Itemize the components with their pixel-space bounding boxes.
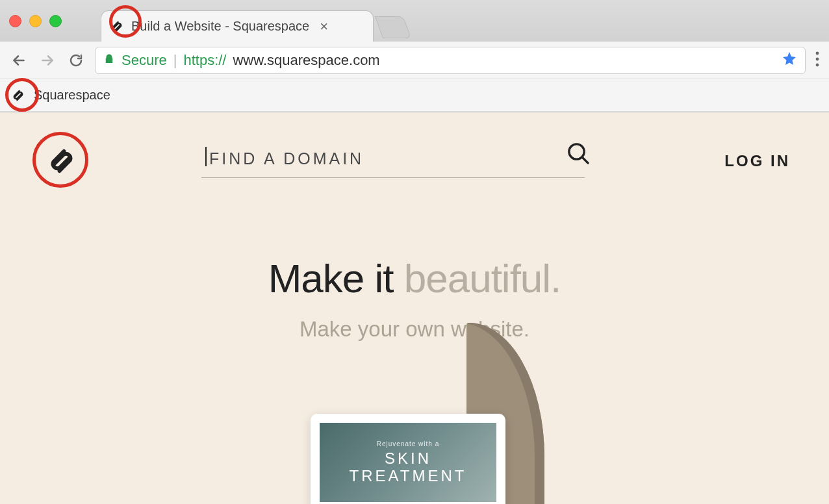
- url-protocol: https://: [183, 52, 226, 69]
- squarespace-favicon-icon: [108, 18, 126, 36]
- page-content: LOG IN Make it beautiful. Make your own …: [0, 112, 829, 504]
- domain-search: [201, 144, 585, 178]
- squarespace-favicon-icon: [9, 86, 27, 105]
- bookmarks-bar: Squarespace: [0, 79, 829, 112]
- input-caret: [205, 147, 207, 166]
- hero-emphasis: beautiful.: [404, 256, 561, 301]
- browser-toolbar: Secure | https://www.squarespace.com: [0, 42, 829, 79]
- template-card: Rejuvenate with a SKIN TREATMENT: [311, 414, 505, 504]
- close-window-button[interactable]: [9, 15, 21, 27]
- new-tab-button[interactable]: [375, 16, 411, 38]
- bookmark-star-icon[interactable]: [782, 51, 797, 70]
- maximize-window-button[interactable]: [49, 15, 62, 27]
- url-separator: |: [173, 52, 177, 69]
- hero: Make it beautiful. Make your own website…: [0, 255, 829, 342]
- url-host: www.squarespace.com: [233, 52, 379, 69]
- address-bar[interactable]: Secure | https://www.squarespace.com: [95, 47, 806, 74]
- browser-menu-button[interactable]: [815, 51, 820, 70]
- hero-subhead: Make your own website.: [0, 317, 829, 342]
- svg-point-1: [816, 57, 819, 60]
- secure-label: Secure: [121, 52, 167, 69]
- close-tab-button[interactable]: ×: [320, 18, 328, 35]
- card-kicker: Rejuvenate with a: [377, 440, 440, 447]
- hero-prefix: Make it: [268, 256, 404, 301]
- svg-point-2: [816, 63, 819, 66]
- template-card-inner: Rejuvenate with a SKIN TREATMENT: [320, 423, 496, 502]
- login-link[interactable]: LOG IN: [724, 152, 790, 170]
- domain-search-input[interactable]: [201, 144, 585, 178]
- window-controls: [9, 15, 62, 27]
- svg-point-0: [816, 51, 819, 55]
- back-button[interactable]: [9, 51, 29, 70]
- tab-strip: Build a Website - Squarespace ×: [0, 0, 829, 42]
- search-icon[interactable]: [565, 140, 591, 169]
- hero-illustration: Rejuvenate with a SKIN TREATMENT: [246, 362, 583, 504]
- reload-button[interactable]: [66, 51, 86, 70]
- site-header: LOG IN: [0, 112, 829, 184]
- hero-headline: Make it beautiful.: [0, 255, 829, 301]
- squarespace-logo-icon[interactable]: [39, 138, 84, 184]
- browser-tab[interactable]: Build a Website - Squarespace ×: [101, 10, 374, 42]
- browser-chrome: Build a Website - Squarespace × Secure |…: [0, 0, 829, 112]
- forward-button[interactable]: [38, 51, 57, 70]
- tab-title: Build a Website - Squarespace: [131, 19, 309, 34]
- bookmark-item[interactable]: Squarespace: [34, 88, 110, 103]
- card-title: SKIN TREATMENT: [350, 450, 467, 485]
- lock-icon: [103, 52, 115, 69]
- minimize-window-button[interactable]: [29, 15, 42, 27]
